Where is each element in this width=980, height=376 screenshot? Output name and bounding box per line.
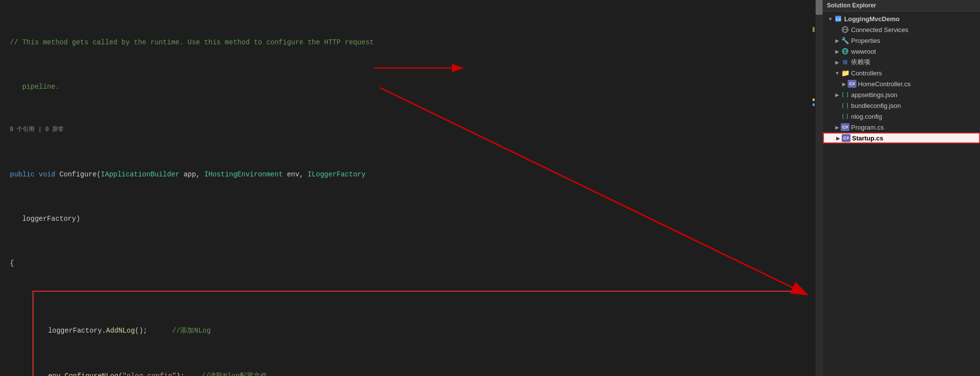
startup-label: Startup.cs: [852, 135, 884, 142]
solution-tree: ▼ C# LoggingMvcDemo ▶ Connected Services: [823, 11, 980, 376]
tree-item-program[interactable]: ▶ C# Program.cs: [823, 122, 980, 133]
cs-icon-startup: C#: [842, 134, 851, 142]
minimap-area: [791, 0, 816, 376]
tree-arrow-connected: ▶: [834, 27, 841, 33]
minimap-blue-indicator: [813, 103, 815, 106]
scrollbar-thumb[interactable]: [816, 0, 822, 15]
nlog-config-label: nlog.config: [851, 113, 882, 120]
homecontroller-label: HomeController.cs: [858, 80, 911, 88]
config-icon-nlog: { }: [841, 112, 850, 120]
tree-item-properties[interactable]: ▶ 🔧 Properties: [823, 35, 980, 46]
tree-arrow-controllers: ▼: [834, 70, 841, 76]
connected-services-icon: [841, 26, 850, 34]
tree-arrow-program: ▶: [834, 125, 841, 130]
code-content: // This method gets called by the runtim…: [0, 0, 791, 376]
cs-icon-homecontroller: C#: [848, 80, 856, 88]
controllers-label: Controllers: [851, 69, 882, 77]
minimap-green-indicator: [813, 27, 815, 32]
tree-item-nlog-config[interactable]: ▶ { } nlog.config: [823, 111, 980, 122]
tree-item-project[interactable]: ▼ C# LoggingMvcDemo: [823, 13, 980, 24]
code-line-8: env.ConfigureNLog("nlog.config"); //读取Nl…: [33, 370, 791, 376]
wwwroot-label: wwwroot: [851, 48, 876, 55]
tree-arrow-startup: ▶: [835, 136, 842, 141]
json-icon-bundleconfig: { }: [841, 102, 850, 109]
solution-explorer-header: Solution Explorer: [823, 0, 980, 11]
tree-item-appsettings[interactable]: ▶ { } appsettings.json: [823, 89, 980, 100]
tree-arrow-wwwroot: ▶: [834, 49, 841, 54]
code-line-4: public void Configure(IApplicationBuilde…: [8, 169, 791, 180]
tree-item-bundleconfig[interactable]: ▶ { } bundleconfig.json: [823, 100, 980, 111]
tree-item-controllers[interactable]: ▼ 📁 Controllers: [823, 68, 980, 78]
tree-arrow-appsettings: ▶: [834, 92, 841, 98]
code-line-6: {: [8, 258, 791, 269]
tree-arrow-nlog: ▶: [834, 114, 841, 119]
tree-item-deps[interactable]: ▶ ⊞ 依赖项: [823, 57, 980, 68]
minimap-yellow-indicator: [813, 99, 815, 101]
tree-arrow-bundleconfig: ▶: [834, 103, 841, 108]
editor-wrapper: // This method gets called by the runtim…: [0, 0, 822, 376]
code-line-2: pipeline.: [8, 81, 791, 92]
appsettings-label: appsettings.json: [851, 91, 897, 99]
svg-text:C#: C#: [836, 17, 841, 22]
bundleconfig-label: bundleconfig.json: [851, 102, 901, 109]
json-icon-appsettings: { }: [841, 91, 850, 99]
code-line-1: // This method gets called by the runtim…: [8, 37, 791, 48]
tree-arrow-homecontroller: ▶: [841, 81, 848, 87]
tree-item-startup[interactable]: ▶ C# Startup.cs: [823, 133, 980, 143]
code-line-3: 0 个引用 | 0 异常: [8, 125, 791, 136]
cs-icon-program: C#: [841, 123, 850, 131]
properties-label: Properties: [851, 37, 880, 44]
solution-explorer-panel: Solution Explorer ▼ C# LoggingMvcDemo ▶: [822, 0, 980, 376]
wwwroot-icon: [841, 47, 850, 55]
tree-item-connected-services[interactable]: ▶ Connected Services: [823, 24, 980, 35]
project-label: LoggingMvcDemo: [844, 15, 900, 23]
code-line-7: loggerFactory.AddNLog(); //添加NLog: [33, 325, 791, 337]
program-label: Program.cs: [851, 124, 884, 131]
code-line-5: loggerFactory): [8, 213, 791, 224]
deps-label: 依赖项: [851, 58, 870, 67]
tree-arrow-deps: ▶: [834, 60, 841, 65]
project-icon: C#: [834, 15, 843, 23]
code-editor[interactable]: // This method gets called by the runtim…: [0, 0, 791, 376]
tree-arrow-properties: ▶: [834, 38, 841, 43]
folder-icon-controllers: 📁: [841, 69, 850, 77]
tree-arrow-project: ▼: [827, 16, 834, 22]
vertical-scrollbar[interactable]: [816, 0, 822, 376]
properties-icon: 🔧: [841, 36, 850, 44]
deps-icon: ⊞: [841, 58, 850, 66]
tree-item-homecontroller[interactable]: ▶ C# HomeController.cs: [823, 78, 980, 89]
connected-services-label: Connected Services: [851, 26, 908, 34]
tree-item-wwwroot[interactable]: ▶ wwwroot: [823, 46, 980, 57]
